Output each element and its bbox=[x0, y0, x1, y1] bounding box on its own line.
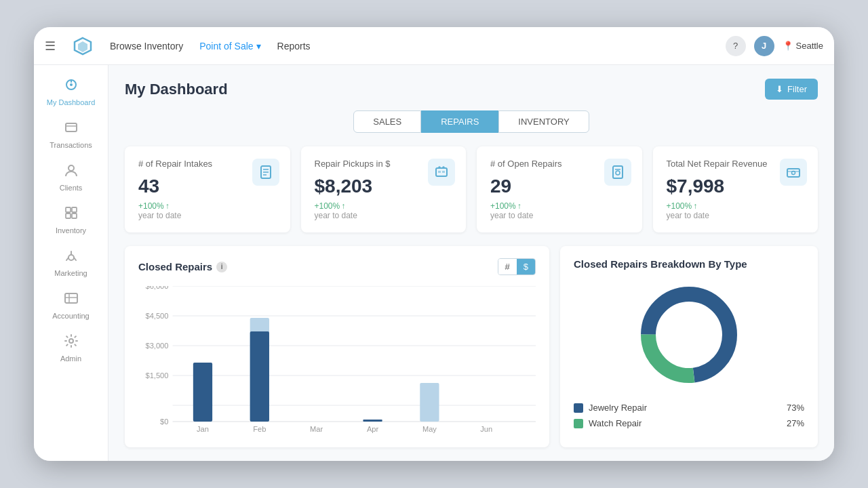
svg-text:Jun: Jun bbox=[480, 425, 492, 433]
svg-text:$0: $0 bbox=[160, 418, 168, 426]
svg-rect-43 bbox=[250, 331, 269, 422]
main-content: My Dashboard ⬇ Filter SALES REPAIRS INVE… bbox=[108, 65, 834, 461]
svg-text:Mar: Mar bbox=[310, 425, 323, 433]
stat-card-icon-repair-pickups bbox=[428, 159, 455, 186]
svg-text:Feb: Feb bbox=[253, 425, 266, 433]
donut-chart-title: Closed Repairs Breakdown By Type bbox=[574, 258, 804, 270]
stat-cards: # of Repair Intakes 43 +100% ↑ year to d… bbox=[125, 146, 818, 232]
info-icon: i bbox=[216, 262, 227, 272]
svg-point-16 bbox=[69, 339, 73, 343]
svg-rect-10 bbox=[66, 214, 71, 218]
svg-text:$4,500: $4,500 bbox=[145, 312, 168, 320]
stat-card-change-repair-intakes: +100% ↑ bbox=[138, 201, 277, 211]
hamburger-icon[interactable]: ☰ bbox=[45, 39, 56, 54]
stat-card-change-net-revenue: +100% ↑ bbox=[667, 201, 805, 211]
legend-label-jewelry: Jewelry Repair bbox=[589, 403, 781, 413]
user-avatar[interactable]: J bbox=[754, 36, 774, 56]
content-header: My Dashboard ⬇ Filter bbox=[125, 79, 818, 100]
location-selector[interactable]: 📍 Seattle bbox=[783, 41, 823, 51]
svg-text:May: May bbox=[422, 425, 437, 433]
donut-container: Jewelry Repair 73% Watch Repair 27% bbox=[574, 281, 804, 434]
point-of-sale-link[interactable]: Point of Sale ▾ bbox=[199, 41, 260, 52]
stat-card-icon-repair-intakes bbox=[252, 159, 279, 186]
marketing-icon bbox=[64, 248, 79, 266]
svg-point-3 bbox=[70, 83, 73, 86]
sidebar-label-inventory: Inventory bbox=[56, 226, 86, 235]
sidebar-item-inventory[interactable]: Inventory bbox=[34, 199, 108, 241]
tab-repairs[interactable]: REPAIRS bbox=[421, 110, 498, 133]
top-nav: ☰ Browse Inventory Point of Sale ▾ Repor… bbox=[34, 27, 834, 65]
sidebar-item-marketing[interactable]: Marketing bbox=[34, 241, 108, 284]
svg-rect-8 bbox=[66, 207, 71, 212]
svg-rect-9 bbox=[72, 207, 77, 212]
dashboard-icon bbox=[64, 77, 79, 96]
toggle-hash-button[interactable]: # bbox=[498, 259, 517, 274]
chart-title: Closed Repairs i bbox=[138, 261, 227, 272]
browse-inventory-link[interactable]: Browse Inventory bbox=[110, 41, 183, 52]
sidebar: My Dashboard Transactions bbox=[34, 65, 108, 461]
inventory-icon bbox=[64, 205, 79, 224]
svg-text:$3,000: $3,000 bbox=[145, 342, 168, 350]
donut-legend: Jewelry Repair 73% Watch Repair 27% bbox=[574, 403, 804, 434]
stat-card-repair-intakes: # of Repair Intakes 43 +100% ↑ year to d… bbox=[125, 146, 290, 232]
stat-card-open-repairs: # of Open Repairs 29 +100% ↑ year to dat… bbox=[477, 146, 642, 232]
sidebar-label-admin: Admin bbox=[60, 354, 81, 363]
chart-header: Closed Repairs i # $ bbox=[138, 258, 536, 275]
svg-rect-23 bbox=[442, 171, 445, 173]
sidebar-item-dashboard[interactable]: My Dashboard bbox=[34, 70, 108, 113]
tab-group: SALES REPAIRS INVENTORY bbox=[125, 110, 818, 133]
svg-point-54 bbox=[658, 304, 719, 365]
help-button[interactable]: ? bbox=[726, 36, 746, 56]
stat-card-icon-net-revenue bbox=[780, 159, 807, 186]
chevron-down-icon: ▾ bbox=[256, 41, 261, 52]
sidebar-item-admin[interactable]: Admin bbox=[34, 327, 108, 369]
location-pin-icon: 📍 bbox=[783, 41, 793, 51]
svg-rect-44 bbox=[363, 420, 382, 422]
svg-rect-22 bbox=[438, 171, 441, 173]
accounting-icon bbox=[64, 291, 79, 309]
legend-color-watch bbox=[574, 419, 583, 428]
legend-item-jewelry: Jewelry Repair 73% bbox=[574, 403, 804, 413]
device-frame: ☰ Browse Inventory Point of Sale ▾ Repor… bbox=[34, 27, 834, 461]
donut-svg bbox=[635, 281, 743, 389]
donut-chart-card: Closed Repairs Breakdown By Type bbox=[560, 246, 818, 447]
nav-right: ? J 📍 Seattle bbox=[726, 36, 823, 56]
arrow-up-icon-4: ↑ bbox=[693, 201, 697, 211]
svg-point-12 bbox=[68, 255, 74, 260]
filter-icon: ⬇ bbox=[776, 84, 783, 94]
sidebar-item-clients[interactable]: Clients bbox=[34, 156, 108, 199]
legend-color-jewelry bbox=[574, 403, 583, 413]
legend-pct-watch: 27% bbox=[787, 418, 804, 428]
page-title: My Dashboard bbox=[125, 81, 228, 98]
svg-rect-11 bbox=[72, 214, 77, 218]
svg-text:$6,000: $6,000 bbox=[145, 286, 168, 290]
sidebar-label-marketing: Marketing bbox=[54, 269, 87, 277]
clients-icon bbox=[64, 163, 79, 181]
main-layout: My Dashboard Transactions bbox=[34, 65, 834, 461]
svg-text:Jan: Jan bbox=[197, 425, 209, 433]
bar-chart-card: Closed Repairs i # $ bbox=[125, 246, 549, 447]
svg-rect-45 bbox=[420, 383, 439, 422]
chart-toggle: # $ bbox=[498, 258, 536, 275]
toggle-dollar-button[interactable]: $ bbox=[517, 259, 535, 274]
tab-inventory[interactable]: INVENTORY bbox=[498, 110, 589, 133]
svg-point-7 bbox=[68, 165, 74, 171]
logo-icon bbox=[72, 35, 94, 57]
svg-rect-27 bbox=[787, 169, 800, 177]
sidebar-item-accounting[interactable]: Accounting bbox=[34, 284, 108, 327]
legend-item-watch: Watch Repair 27% bbox=[574, 418, 804, 428]
svg-marker-1 bbox=[78, 41, 87, 52]
reports-link[interactable]: Reports bbox=[277, 41, 311, 52]
stat-card-icon-open-repairs bbox=[604, 159, 631, 186]
sidebar-item-transactions[interactable]: Transactions bbox=[34, 113, 108, 156]
filter-button[interactable]: ⬇ Filter bbox=[765, 79, 818, 100]
tab-sales[interactable]: SALES bbox=[353, 110, 421, 133]
admin-icon bbox=[64, 333, 79, 352]
arrow-up-icon: ↑ bbox=[165, 201, 170, 211]
stat-card-period-open-repairs: year to date bbox=[490, 211, 629, 220]
svg-rect-5 bbox=[66, 123, 77, 131]
legend-label-watch: Watch Repair bbox=[589, 418, 781, 428]
arrow-up-icon-2: ↑ bbox=[341, 201, 345, 211]
stat-card-period-net-revenue: year to date bbox=[667, 211, 805, 220]
svg-rect-24 bbox=[613, 166, 623, 178]
